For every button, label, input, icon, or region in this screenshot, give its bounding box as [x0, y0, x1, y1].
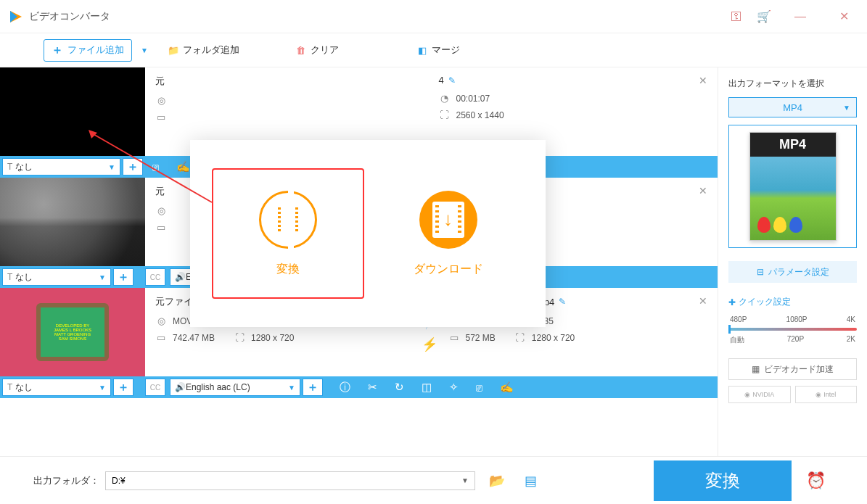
- download-icon: ↓: [419, 191, 477, 249]
- parameter-settings-button[interactable]: ⊟ パラメータ設定: [728, 261, 857, 283]
- nvidia-badge: ◉NVIDIA: [728, 386, 791, 403]
- quick-settings-label: ✚ クイック設定: [728, 296, 857, 308]
- trash-icon: 🗑: [296, 45, 306, 55]
- chevron-down-icon: ▼: [108, 163, 115, 171]
- convert-icon: [259, 191, 317, 249]
- format-select[interactable]: MP4 ▼: [728, 97, 857, 117]
- output-name: 4: [439, 75, 444, 86]
- resolution-slider[interactable]: [728, 328, 857, 331]
- audio-select[interactable]: 🔊 English aac (LC) ▼: [170, 379, 300, 396]
- download-mode-button[interactable]: ↓ ダウンロード: [372, 168, 525, 299]
- chevron-down-icon: ▼: [99, 273, 106, 281]
- res-480p: 480P: [730, 315, 747, 323]
- sign-icon[interactable]: ✍: [500, 381, 514, 394]
- list-icon[interactable]: ▤: [519, 471, 542, 491]
- cart-icon[interactable]: 🛒: [757, 9, 771, 23]
- folder-small-icon: ▭: [155, 332, 167, 343]
- output-folder-select[interactable]: D:¥ ▼: [105, 471, 475, 490]
- info-icon[interactable]: ⓘ: [340, 381, 350, 394]
- chevron-down-icon: ▼: [461, 476, 469, 484]
- res-2k: 2K: [847, 335, 855, 345]
- dimensions-icon: ⛶: [439, 110, 451, 120]
- clear-button[interactable]: 🗑 クリア: [289, 41, 346, 59]
- add-folder-button[interactable]: 📁 フォルダ追加: [161, 41, 247, 59]
- edit-icon[interactable]: ✎: [559, 297, 566, 307]
- text-icon: T: [7, 272, 12, 282]
- subtitle-select[interactable]: T なし ▼: [2, 379, 111, 396]
- stamp-icon[interactable]: ⎚: [152, 161, 159, 173]
- res-4k: 4K: [847, 315, 855, 323]
- chip-icon: ▦: [752, 364, 760, 374]
- format-preview[interactable]: MP4: [728, 125, 857, 248]
- subtitle-select[interactable]: T なし ▼: [2, 268, 111, 286]
- res-auto: 自動: [730, 335, 744, 345]
- res-1080p: 1080P: [786, 315, 808, 323]
- cc-button[interactable]: CC: [145, 379, 165, 396]
- add-audio-button[interactable]: ＋: [303, 379, 323, 396]
- output-format-title: 出力フォーマットを選択: [728, 78, 857, 90]
- app-title: ビデオコンバータ: [29, 10, 110, 23]
- output-folder-label: 出力フォルダ：: [33, 474, 99, 487]
- speaker-icon: 🔊: [175, 272, 186, 282]
- remove-file-button[interactable]: ✕: [699, 295, 707, 307]
- rotate-icon[interactable]: ↻: [395, 381, 404, 394]
- stamp-icon[interactable]: ⎚: [476, 381, 482, 394]
- plus-icon: ＋: [52, 43, 63, 58]
- effect-icon[interactable]: ✧: [449, 381, 459, 394]
- source-label: 元: [155, 185, 165, 198]
- cc-button[interactable]: CC: [145, 268, 165, 286]
- format-preview-label: MP4: [750, 133, 836, 157]
- dimensions-icon: ⛶: [234, 332, 245, 343]
- remove-file-button[interactable]: ✕: [699, 185, 707, 197]
- add-file-dropdown-icon[interactable]: ▼: [141, 46, 148, 54]
- close-button[interactable]: ✕: [829, 9, 858, 23]
- chevron-down-icon: ▼: [99, 384, 106, 392]
- open-folder-button[interactable]: 📂: [485, 471, 509, 491]
- mode-popup: 変換 ↓ ダウンロード: [190, 140, 546, 327]
- video-thumbnail[interactable]: DEVELOPED BYJAMES L BROOKSMATT GROENINGS…: [0, 288, 145, 376]
- speaker-icon: 🔊: [175, 382, 186, 392]
- folder-small-icon: ▭: [448, 332, 460, 343]
- add-file-button[interactable]: ＋ ファイル追加: [44, 39, 132, 62]
- dimensions-icon: ⛶: [514, 332, 526, 343]
- schedule-button[interactable]: ⏰: [797, 460, 834, 501]
- edit-icon[interactable]: ✎: [448, 75, 456, 86]
- sliders-icon: ⊟: [757, 267, 764, 277]
- merge-button[interactable]: ◧ マージ: [410, 41, 467, 59]
- app-logo-icon: [9, 9, 23, 24]
- sign-icon[interactable]: ✍: [176, 160, 190, 173]
- key-icon[interactable]: ⚿: [731, 10, 742, 23]
- folder-small-icon: ▭: [155, 222, 167, 233]
- folder-icon: 📁: [168, 45, 178, 55]
- cut-icon[interactable]: ✂: [368, 381, 377, 394]
- crop-icon[interactable]: ◫: [422, 381, 432, 394]
- video-thumbnail[interactable]: [0, 178, 145, 266]
- plus-small-icon: ✚: [728, 297, 736, 307]
- disc-icon: ◎: [155, 205, 167, 216]
- source-label: 元: [155, 75, 165, 88]
- remove-file-button[interactable]: ✕: [699, 75, 707, 86]
- res-720p: 720P: [787, 335, 804, 345]
- tv-graphic: DEVELOPED BYJAMES L BROOKSMATT GROENINGS…: [36, 303, 109, 361]
- chevron-down-icon: ▼: [288, 384, 295, 392]
- add-subtitle-button[interactable]: ＋: [123, 158, 143, 175]
- minimize-button[interactable]: —: [786, 10, 815, 23]
- convert-button[interactable]: 変換: [654, 460, 792, 501]
- add-subtitle-button[interactable]: ＋: [113, 268, 133, 286]
- merge-icon: ◧: [417, 45, 427, 55]
- chevron-down-icon: ▼: [843, 104, 850, 112]
- video-thumbnail[interactable]: [0, 67, 145, 156]
- intel-badge: ◉Intel: [795, 386, 858, 403]
- disc-icon: ◎: [155, 95, 167, 106]
- text-icon: T: [7, 382, 12, 392]
- clock-icon: ◔: [439, 93, 451, 104]
- add-subtitle-button[interactable]: ＋: [113, 379, 133, 396]
- gpu-accel-button[interactable]: ▦ ビデオカード加速: [728, 358, 857, 380]
- text-icon: T: [7, 162, 12, 172]
- disc-icon: ◎: [155, 315, 167, 326]
- bolt-icon: ⚡: [422, 336, 437, 352]
- folder-small-icon: ▭: [155, 112, 167, 123]
- convert-mode-button[interactable]: 変換: [212, 168, 364, 299]
- subtitle-select[interactable]: T なし ▼: [2, 158, 120, 175]
